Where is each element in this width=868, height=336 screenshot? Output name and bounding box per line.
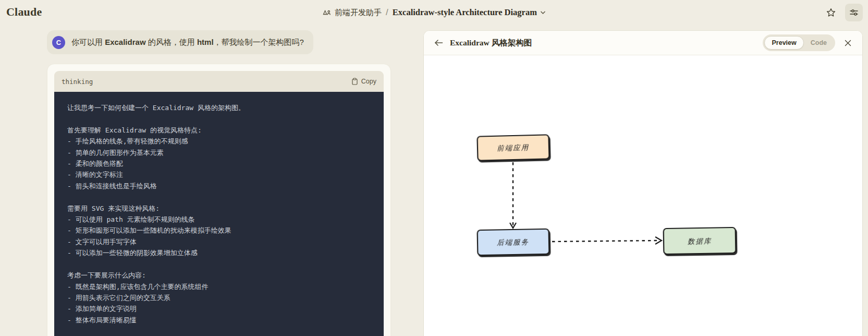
topbar-actions	[822, 4, 863, 21]
artifact-preview-canvas: 前端应用 后端服务 数据库	[424, 55, 862, 336]
project-icon	[322, 8, 331, 17]
node-backend-label: 后端服务	[497, 237, 529, 246]
star-icon	[826, 7, 836, 18]
user-message-text: 你可以用 Excalidraw 的风格，使用 html，帮我绘制一个架构图吗?	[71, 35, 304, 49]
project-link[interactable]: 前端开发助手	[322, 8, 382, 18]
thinking-content: 让我思考一下如何创建一个 Excalidraw 风格的架构图。 首先要理解 Ex…	[54, 92, 384, 336]
edge-frontend-backend	[510, 162, 516, 228]
chat-title-menu[interactable]: Excalidraw-style Architecture Diagram	[393, 7, 546, 18]
node-backend: 后端服务	[478, 229, 549, 255]
chevron-down-icon	[540, 10, 546, 15]
back-button[interactable]	[431, 35, 446, 50]
copy-button-label: Copy	[361, 78, 376, 85]
breadcrumb: 前端开发助手 / Excalidraw-style Architecture D…	[0, 0, 868, 25]
edge-backend-database	[552, 237, 662, 244]
project-name: 前端开发助手	[335, 8, 382, 18]
close-icon	[844, 39, 852, 47]
tab-preview[interactable]: Preview	[764, 36, 803, 50]
tab-code[interactable]: Code	[804, 37, 834, 49]
artifact-header-actions: Preview Code	[763, 34, 855, 51]
sliders-icon	[849, 8, 859, 17]
chat-column: C 你可以用 Excalidraw 的风格，使用 html，帮我绘制一个架构图吗…	[47, 30, 391, 54]
user-message: C 你可以用 Excalidraw 的风格，使用 html，帮我绘制一个架构图吗…	[47, 30, 313, 54]
clipboard-icon	[351, 78, 358, 85]
user-avatar: C	[52, 36, 65, 49]
artifact-header: Excalidraw 风格架构图 Preview Code	[424, 31, 862, 55]
node-database: 数据库	[664, 227, 736, 254]
close-artifact-button[interactable]	[840, 35, 855, 50]
node-frontend-label: 前端应用	[497, 143, 529, 152]
breadcrumb-separator: /	[386, 7, 388, 18]
settings-sliders-button[interactable]	[845, 4, 863, 21]
artifact-title: Excalidraw 风格架构图	[450, 38, 532, 49]
arrow-left-icon	[434, 39, 443, 46]
architecture-diagram: 前端应用 后端服务 数据库	[424, 55, 863, 336]
chat-title-text: Excalidraw-style Architecture Diagram	[393, 7, 537, 18]
node-database-label: 数据库	[688, 237, 712, 246]
copy-button[interactable]: Copy	[351, 78, 376, 85]
artifact-panel: Excalidraw 风格架构图 Preview Code	[423, 30, 863, 336]
top-bar: Claude 前端开发助手 / Excalidraw-style Archite…	[0, 0, 868, 25]
thinking-label: thinking	[62, 78, 93, 86]
view-toggle: Preview Code	[763, 34, 835, 51]
star-button[interactable]	[822, 4, 840, 21]
thinking-codeblock: thinking Copy 让我思考一下如何创建一个 Excalidraw 风格…	[54, 71, 384, 336]
thinking-card: thinking Copy 让我思考一下如何创建一个 Excalidraw 风格…	[47, 64, 391, 336]
thinking-header[interactable]: thinking Copy	[54, 71, 384, 92]
node-frontend: 前端应用	[477, 135, 549, 160]
